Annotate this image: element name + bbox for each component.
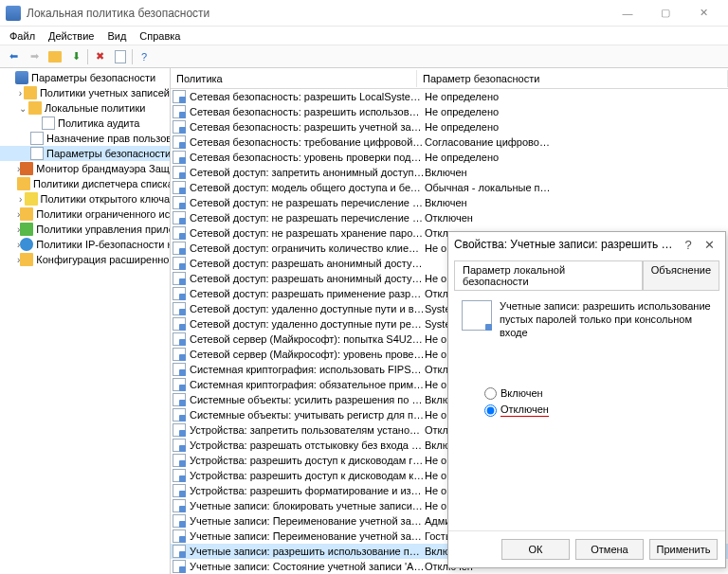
tree-root[interactable]: Параметры безопасности <box>0 70 170 85</box>
tab-local-setting[interactable]: Параметр локальной безопасности <box>454 260 643 290</box>
list-row[interactable]: Сетевой доступ: запретить анонимный дост… <box>171 165 728 180</box>
policy-icon <box>173 348 186 361</box>
tree-item[interactable]: Политика аудита <box>0 116 170 131</box>
back-button[interactable]: ⬅ <box>4 47 23 66</box>
tree-item[interactable]: ›Политики управления приложениям <box>0 222 170 237</box>
export-button[interactable]: ⬇ <box>66 47 85 66</box>
tree-item-label: Политики ограниченного использов <box>36 208 171 220</box>
policy-icon <box>173 257 186 270</box>
policy-icon <box>173 454 186 467</box>
dialog-titlebar: Свойства: Учетные записи: разрешить испо… <box>448 232 725 257</box>
menu-file[interactable]: Файл <box>4 28 41 44</box>
policy-name: Сетевая безопасность: разрешить использо… <box>190 106 425 117</box>
ok-button[interactable]: ОК <box>501 539 570 560</box>
folder-icon <box>24 86 37 99</box>
policy-icon <box>173 393 186 406</box>
expand-toggle[interactable]: › <box>17 194 25 205</box>
list-row[interactable]: Сетевая безопасность: разрешить учетной … <box>171 119 728 135</box>
folder-icon <box>20 207 33 221</box>
policy-icon <box>173 196 186 209</box>
dialog-title: Свойства: Учетные записи: разрешить испо… <box>454 238 678 251</box>
properties-button[interactable] <box>111 47 130 66</box>
policy-icon <box>173 423 186 437</box>
expand-toggle[interactable]: ⌄ <box>17 103 28 114</box>
dialog-help-button[interactable]: ? <box>678 238 699 252</box>
policy-value: Не определено <box>425 121 728 133</box>
tree-item[interactable]: ›Политики учетных записей <box>0 85 170 100</box>
tree-item-label: Политики управления приложениям <box>36 224 171 235</box>
cancel-button[interactable]: Отмена <box>575 539 644 560</box>
apply-button[interactable]: Применить <box>649 539 718 560</box>
tab-explanation[interactable]: Объяснение <box>643 260 719 290</box>
dialog-tabs: Параметр локальной безопасности Объяснен… <box>448 257 725 290</box>
policy-icon <box>173 151 186 164</box>
policy-name: Сетевая безопасность: разрешить учетной … <box>190 121 425 133</box>
policy-icon <box>462 300 492 331</box>
up-button[interactable] <box>46 47 64 66</box>
list-row[interactable]: Сетевая безопасность: требование цифрово… <box>171 135 728 150</box>
policy-name: Сетевой доступ: модель общего доступа и … <box>190 182 425 193</box>
properties-dialog: Свойства: Учетные записи: разрешить испо… <box>447 231 726 568</box>
menu-help[interactable]: Справка <box>134 28 186 44</box>
radio-enabled[interactable]: Включен <box>484 385 712 402</box>
menu-view[interactable]: Вид <box>101 28 132 44</box>
policy-name: Учетные записи: Переименование учетной з… <box>190 515 425 527</box>
policy-icon <box>173 90 186 103</box>
folder-icon <box>17 177 30 190</box>
policy-name: Сетевой доступ: разрешать анонимный дост… <box>190 258 425 269</box>
tree-item[interactable]: ⌄Локальные политики <box>0 100 170 116</box>
list-row[interactable]: Сетевой доступ: не разрешать перечислени… <box>171 195 728 210</box>
policy-icon <box>173 317 186 331</box>
policy-name: Сетевой доступ: разрешать анонимный дост… <box>190 273 425 284</box>
forward-button[interactable]: ➡ <box>25 47 44 66</box>
policy-icon <box>173 211 186 224</box>
policy-icon <box>173 378 186 391</box>
minimize-button[interactable]: — <box>609 1 646 26</box>
tree-item[interactable]: Назначение прав пользователя <box>0 131 170 146</box>
policy-name: Системные объекты: учитывать регистр для… <box>190 409 425 421</box>
policy-value: Не определено <box>425 106 728 117</box>
policy-icon <box>173 181 186 194</box>
policy-name: Устройства: разрешить форматирование и и… <box>190 485 425 496</box>
policy-icon <box>173 166 186 179</box>
maximize-button[interactable]: ▢ <box>646 1 684 26</box>
tree-item[interactable]: ›Политики IP-безопасности на "Локал <box>0 237 170 252</box>
tree-item[interactable]: ›Монитор брандмауэра Защитника W <box>0 161 170 176</box>
page-icon <box>30 147 44 160</box>
delete-button[interactable]: ✖ <box>90 47 109 66</box>
dialog-close-button[interactable]: ✕ <box>699 238 719 252</box>
window-title: Локальная политика безопасности <box>27 7 609 20</box>
help-button[interactable]: ? <box>135 47 154 66</box>
list-row[interactable]: Сетевая безопасность: разрешить использо… <box>171 104 728 119</box>
nav-tree[interactable]: Параметры безопасности ›Политики учетных… <box>0 68 171 574</box>
radio-disabled-input[interactable] <box>484 404 497 417</box>
policy-name: Устройства: запретить пользователям уста… <box>190 424 425 436</box>
policy-name: Сетевая безопасность: требование цифрово… <box>190 136 425 148</box>
tree-item[interactable]: ›Политики открытого ключа <box>0 191 170 206</box>
tree-item-label: Параметры безопасности <box>46 148 171 159</box>
tree-item-label: Назначение прав пользователя <box>46 133 171 144</box>
expand-toggle[interactable]: › <box>17 88 24 99</box>
policy-value: Не определено <box>425 152 728 163</box>
tree-item[interactable]: ›Политики ограниченного использов <box>0 206 170 222</box>
list-row[interactable]: Сетевой доступ: не разрешать перечислени… <box>171 210 728 225</box>
policy-name: Сетевой доступ: не разрешать перечислени… <box>190 197 425 208</box>
tree-item[interactable]: Параметры безопасности <box>0 146 170 161</box>
column-value[interactable]: Параметр безопасности <box>417 70 728 87</box>
close-button[interactable]: ✕ <box>684 1 722 26</box>
tree-item[interactable]: ›Конфигурация расширенной полити <box>0 252 170 267</box>
list-row[interactable]: Сетевая безопасность: разрешить LocalSys… <box>171 89 728 104</box>
dialog-body: Учетные записи: разрешить использование … <box>454 290 719 530</box>
column-policy[interactable]: Политика <box>171 70 417 87</box>
list-row[interactable]: Сетевой доступ: модель общего доступа и … <box>171 180 728 195</box>
tree-root-label: Параметры безопасности <box>31 72 155 83</box>
tree-item-label: Политики IP-безопасности на "Локал <box>36 239 171 250</box>
policy-icon <box>173 439 186 452</box>
menu-action[interactable]: Действие <box>43 28 100 44</box>
policy-icon <box>173 272 186 285</box>
policy-name: Сетевая безопасность: уровень проверки п… <box>190 152 425 163</box>
radio-enabled-input[interactable] <box>484 387 497 400</box>
radio-disabled[interactable]: Отключен <box>484 402 712 419</box>
list-row[interactable]: Сетевая безопасность: уровень проверки п… <box>171 150 728 165</box>
tree-item[interactable]: Политики диспетчера списка сетей <box>0 176 170 191</box>
